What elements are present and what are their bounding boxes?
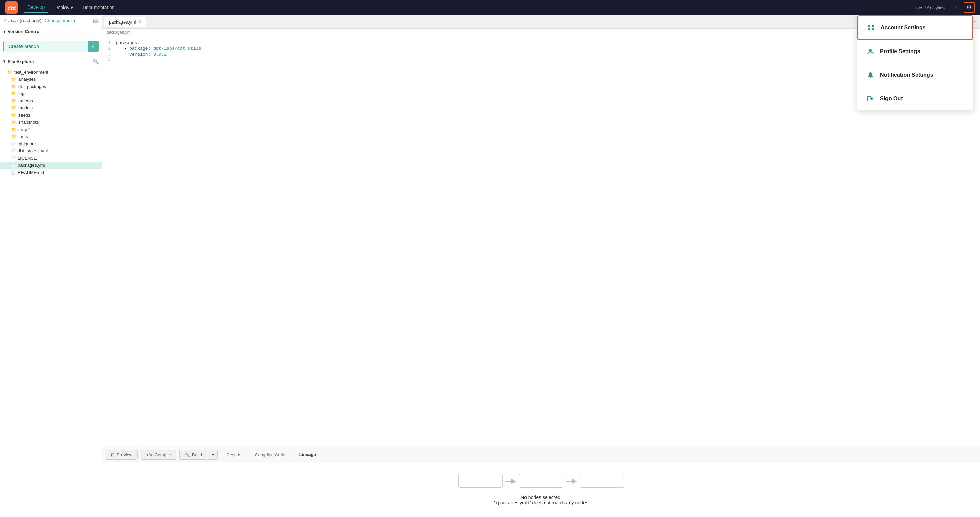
search-icon[interactable]: 🔍: [93, 59, 99, 64]
list-item: tests: [18, 134, 28, 139]
file-tree-target[interactable]: 📁 target: [0, 126, 102, 133]
settings-dropdown: Account Settings Profile Settings Notifi…: [857, 15, 973, 111]
file-tree-dbt-project[interactable]: 📄 dbt_project.yml: [0, 147, 102, 154]
file-tree-snapshots[interactable]: 📁 snapshots: [0, 119, 102, 126]
folder-icon: 📁: [11, 120, 16, 125]
lineage-no-nodes-message: No nodes selected!: [521, 495, 562, 500]
build-button[interactable]: 🔨 Build: [180, 450, 207, 460]
main-layout: ⑂ main (read-only) Change branch 📖 ▾ Ver…: [0, 15, 980, 517]
file-tree-packages-yml[interactable]: 📄 packages.yml: [0, 162, 102, 169]
version-control-chevron: ▾: [3, 29, 5, 34]
file-tree-license[interactable]: 📄 LICENSE: [0, 154, 102, 162]
nav-right: jll-labs / Analytics → ⚙: [911, 2, 975, 13]
list-item: seeds: [18, 113, 30, 117]
file-tree-root[interactable]: 📁 test_environment: [0, 68, 102, 76]
line-content: version: 0.9.2: [116, 52, 980, 57]
create-branch-label: Create branch: [4, 41, 88, 52]
tab-compiled-code[interactable]: Compiled Code: [250, 449, 290, 460]
project-label: jll-labs / Analytics: [911, 5, 945, 10]
list-item: packages.yml: [18, 163, 45, 168]
list-item: logs: [18, 91, 27, 96]
lineage-content: —▶ —▶ No nodes selected! '+packages.yml+…: [102, 462, 980, 517]
folder-icon: 📁: [11, 98, 16, 103]
list-item: macros: [18, 98, 33, 103]
hammer-icon: 🔨: [185, 452, 190, 457]
nav-items: Develop Deploy ▾ Documentation: [23, 2, 911, 13]
file-tree-tests[interactable]: 📁 tests: [0, 133, 102, 140]
lineage-arrow-1: —▶: [505, 477, 516, 485]
file-tree-macros[interactable]: 📁 macros: [0, 97, 102, 105]
notification-settings-label: Notification Settings: [880, 72, 933, 78]
dropdown-account-settings[interactable]: Account Settings: [858, 15, 973, 40]
editor-tab-packages-yml[interactable]: packages.yml ✕: [104, 17, 146, 27]
branch-readonly: (read-only): [20, 18, 41, 23]
bottom-tab-bar: ⊞ Preview </> Compile 🔨 Build ▾ Results …: [102, 447, 980, 462]
svg-text:dbt: dbt: [7, 5, 16, 11]
preview-label: Preview: [117, 452, 132, 457]
user-icon: [866, 47, 875, 56]
svg-rect-4: [869, 28, 870, 30]
dbt-logo: dbt: [5, 2, 18, 14]
tab-close-icon[interactable]: ✕: [138, 19, 141, 24]
dropdown-profile-settings[interactable]: Profile Settings: [858, 40, 973, 63]
file-tree-analyses[interactable]: 📁 analyses: [0, 76, 102, 83]
account-settings-label: Account Settings: [881, 25, 926, 31]
folder-icon: 📁: [11, 134, 16, 139]
folder-icon: 📁: [11, 113, 16, 117]
line-number: 3: [102, 52, 116, 57]
change-branch-link[interactable]: Change branch: [45, 18, 75, 23]
file-tree-seeds[interactable]: 📁 seeds: [0, 111, 102, 119]
compile-label: Compile: [154, 452, 171, 457]
lineage-sub-message: '+packages.yml+' does not match any node…: [494, 500, 588, 505]
folder-icon: 📁: [11, 77, 16, 82]
list-item: snapshots: [18, 120, 38, 125]
svg-rect-2: [869, 25, 870, 27]
file-explorer-header[interactable]: ▾ File Explorer 🔍: [0, 56, 102, 67]
code-line-1: 1 packages:: [102, 40, 980, 46]
tab-lineage[interactable]: Lineage: [294, 449, 321, 460]
compile-button[interactable]: </> Compile: [141, 450, 176, 460]
sign-out-label: Sign Out: [880, 95, 903, 101]
dropdown-sign-out[interactable]: Sign Out: [858, 87, 973, 110]
svg-point-6: [869, 49, 872, 52]
list-item: .gitignore: [18, 141, 36, 146]
nav-documentation[interactable]: Documentation: [78, 3, 119, 12]
code-editor[interactable]: 1 packages: 2 - package: dbt-labs/dbt_ut…: [102, 36, 980, 447]
folder-icon: 📁: [11, 91, 16, 96]
tab-results[interactable]: Results: [222, 449, 246, 460]
file-tree-logs[interactable]: 📁 logs: [0, 90, 102, 97]
top-nav: dbt Develop Deploy ▾ Documentation jll-l…: [0, 0, 980, 15]
version-control-header[interactable]: ▾ Version Control: [0, 26, 102, 37]
folder-icon: 📁: [11, 84, 16, 89]
file-icon: 📄: [11, 149, 16, 153]
dropdown-notification-settings[interactable]: Notification Settings: [858, 63, 973, 87]
breadcrumb: packages.yml: [102, 29, 980, 36]
book-icon: 📖: [93, 18, 99, 23]
code-line-4: 4: [102, 57, 980, 63]
file-tree-dbt-packages[interactable]: 📁 dbt_packages: [0, 83, 102, 90]
file-tree-models[interactable]: 📁 models: [0, 105, 102, 111]
file-icon: 📄: [11, 156, 16, 160]
bottom-panel: ⊞ Preview </> Compile 🔨 Build ▾ Results …: [102, 447, 980, 517]
build-chevron-button[interactable]: ▾: [208, 450, 218, 460]
nav-develop[interactable]: Develop: [23, 2, 49, 13]
branch-bar: ⑂ main (read-only) Change branch 📖: [0, 15, 102, 26]
tab-bar: packages.yml ✕ +: [102, 15, 980, 29]
file-tree-gitignore[interactable]: 📄 .gitignore: [0, 140, 102, 147]
sign-out-icon: [866, 94, 875, 103]
gear-button[interactable]: ⚙: [964, 2, 975, 13]
grid-icon: [866, 23, 876, 32]
nav-deploy[interactable]: Deploy ▾: [50, 3, 77, 12]
version-control-label: Version Control: [8, 29, 41, 34]
file-tree-readme[interactable]: 📄 README.md: [0, 169, 102, 176]
svg-rect-3: [872, 25, 874, 27]
line-number: 4: [102, 58, 116, 63]
lineage-diagram: —▶ —▶: [458, 474, 624, 488]
code-icon: </>: [146, 452, 153, 457]
code-line-2: 2 - package: dbt-labs/dbt_utils: [102, 46, 980, 51]
preview-button[interactable]: ⊞ Preview: [106, 450, 137, 460]
line-number: 1: [102, 40, 116, 45]
create-branch-button[interactable]: Create branch ▾: [3, 41, 99, 52]
create-branch-chevron-icon[interactable]: ▾: [88, 41, 98, 52]
file-explorer-chevron: ▾: [3, 59, 5, 64]
